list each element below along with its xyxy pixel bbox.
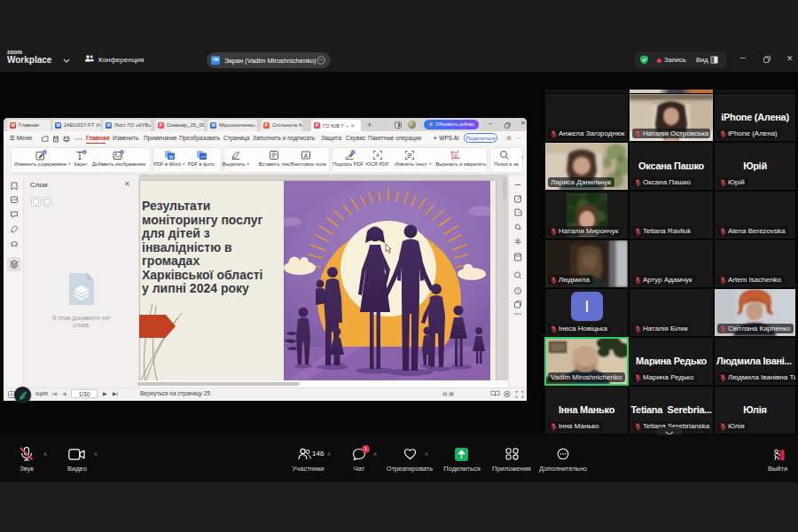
svg-text:A: A <box>304 153 309 159</box>
svg-text:W: W <box>168 154 174 160</box>
svg-text:A: A <box>376 153 379 158</box>
